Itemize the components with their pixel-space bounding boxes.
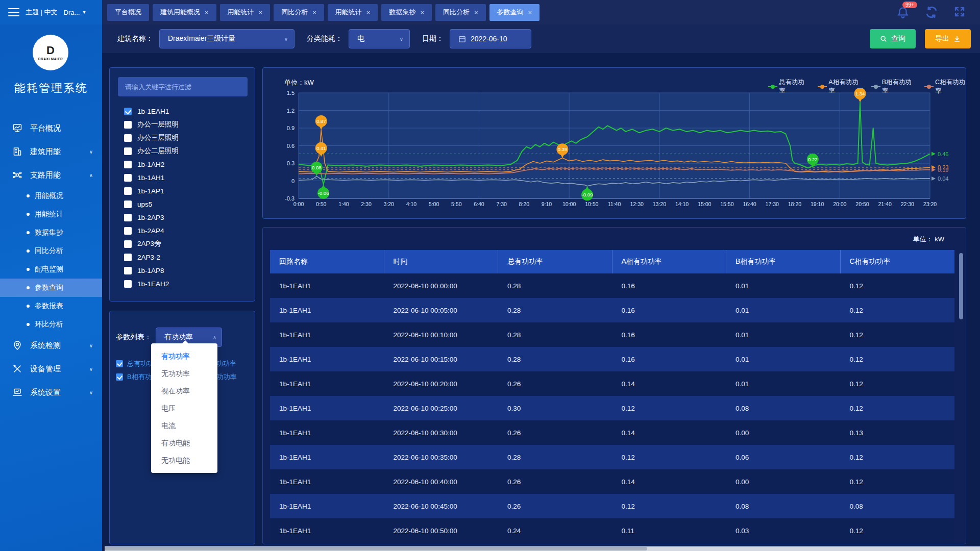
tab-建筑用能概况[interactable]: 建筑用能概况× [153,4,216,21]
refresh-icon[interactable] [925,6,938,19]
dropdown-option-电压[interactable]: 电压 [151,399,217,417]
circuit-item-1b-2AP3[interactable]: 1b-2AP3 [110,211,255,224]
sidebar-subitem-用能概况[interactable]: 用能概况 [0,187,102,205]
dropdown-option-有功电能[interactable]: 有功电能 [151,434,217,452]
sidebar-item-平台概况[interactable]: 平台概况 [0,116,102,140]
sidebar-item-系统检测[interactable]: 系统检测∨ [0,334,102,357]
checkbox-unchecked[interactable] [124,240,132,248]
tab-close-icon[interactable]: × [312,9,316,16]
tab-平台概况[interactable]: 平台概况 [107,4,149,21]
hamburger-icon[interactable] [8,8,19,16]
theme-language-label[interactable]: 主题 | 中文 [26,8,58,17]
checkbox-unchecked[interactable] [124,267,132,274]
date-input[interactable]: 2022-06-10 [450,29,531,48]
circuit-item-1b-2AP4[interactable]: 1b-2AP4 [110,224,255,237]
tab-用能统计[interactable]: 用能统计× [328,4,378,21]
sidebar-item-建筑用能[interactable]: 建筑用能∨ [0,140,102,163]
table-cell: 0.24 [498,518,612,543]
sidebar-subitem-环比分析[interactable]: 环比分析 [0,315,102,334]
sidebar-subitem-参数查询[interactable]: 参数查询 [0,279,102,297]
tab-close-icon[interactable]: × [366,9,371,16]
vertical-scrollbar[interactable] [959,253,963,319]
checkbox-unchecked[interactable] [124,254,132,261]
table-cell: 1b-1EAH1 [270,469,384,494]
tab-同比分析[interactable]: 同比分析× [274,4,324,21]
table-row[interactable]: 1b-1EAH12022-06-10 00:45:000.260.120.080… [270,494,954,518]
tab-close-icon[interactable]: × [528,9,532,16]
fullscreen-icon[interactable] [953,6,967,19]
tab-close-icon[interactable]: × [205,9,209,16]
table-row[interactable]: 1b-1EAH12022-06-10 00:35:000.280.120.060… [270,445,954,469]
checkbox-unchecked[interactable] [124,147,132,155]
circuit-item-label: 办公三层照明 [137,133,179,142]
circuit-item-1b-1AH1[interactable]: 1b-1AH1 [110,171,255,184]
caret-down-icon: ▼ [82,10,86,15]
checkbox-unchecked[interactable] [124,174,132,182]
circuit-item-2AP3-2[interactable]: 2AP3-2 [110,251,255,264]
sidebar-item-设备管理[interactable]: 设备管理∨ [0,357,102,381]
sidebar-subitem-同比分析[interactable]: 同比分析 [0,242,102,260]
table-row[interactable]: 1b-1EAH12022-06-10 00:00:000.280.160.010… [270,273,954,298]
checkbox-unchecked[interactable] [124,280,132,288]
notification-bell-icon[interactable]: 99+ [896,6,910,19]
circuit-item-办公三层照明[interactable]: 办公三层照明 [110,131,255,144]
dropdown-option-无功电能[interactable]: 无功电能 [151,452,217,469]
tab-同比分析[interactable]: 同比分析× [435,4,486,21]
dropdown-option-无功功率[interactable]: 无功功率 [151,365,217,382]
table-row[interactable]: 1b-1EAH12022-06-10 00:20:000.260.140.010… [270,371,954,396]
tab-close-icon[interactable]: × [474,9,478,16]
query-button[interactable]: 查询 [870,29,916,48]
checkbox-checked[interactable] [124,108,132,115]
checkbox-unchecked[interactable] [124,227,132,235]
table-body: 1b-1EAH12022-06-10 00:00:000.280.160.010… [270,273,954,543]
horizontal-scrollbar-thumb[interactable] [105,547,647,550]
circuit-item-办公一层照明[interactable]: 办公一层照明 [110,118,255,131]
sidebar-subitem-参数报表[interactable]: 参数报表 [0,297,102,315]
sidebar-item-系统设置[interactable]: 系统设置∨ [0,381,102,404]
sidebar-subitem-数据集抄[interactable]: 数据集抄 [0,223,102,242]
checkbox-unchecked[interactable] [124,161,132,168]
power-line-chart[interactable]: 1.51.20.90.60.30-0.30:000:501:402:303:20… [273,88,960,216]
table-row[interactable]: 1b-1EAH12022-06-10 00:15:000.280.160.010… [270,347,954,371]
circuit-item-2AP3旁[interactable]: 2AP3旁 [110,237,255,251]
checkbox-checked[interactable] [116,360,123,367]
dropdown-option-电流[interactable]: 电流 [151,417,217,434]
circuit-item-1b-1AP8[interactable]: 1b-1AP8 [110,264,255,277]
sidebar-subitem-配电监测[interactable]: 配电监测 [0,260,102,279]
checkbox-unchecked[interactable] [124,187,132,195]
circuit-filter-input[interactable] [118,77,248,96]
tab-close-icon[interactable]: × [420,9,424,16]
tab-参数查询[interactable]: 参数查询× [489,4,540,21]
circuit-item-ups5[interactable]: ups5 [110,197,255,211]
tab-close-icon[interactable]: × [259,9,263,16]
table-row[interactable]: 1b-1EAH12022-06-10 00:40:000.260.140.000… [270,469,954,494]
checkbox-unchecked[interactable] [124,201,132,208]
circuit-item-1b-1AH2[interactable]: 1b-1AH2 [110,158,255,171]
table-row[interactable]: 1b-1EAH12022-06-10 00:10:000.280.160.010… [270,322,954,347]
export-button[interactable]: 导出 [925,29,971,48]
table-row[interactable]: 1b-1EAH12022-06-10 00:25:000.300.120.080… [270,396,954,420]
circuit-item-1b-1AP1[interactable]: 1b-1AP1 [110,184,255,197]
checkbox-unchecked[interactable] [124,134,132,142]
circuit-item-1b-1EAH1[interactable]: 1b-1EAH1 [110,105,255,118]
table-row[interactable]: 1b-1EAH12022-06-10 00:50:000.240.110.030… [270,518,954,543]
dropdown-option-有功功率[interactable]: 有功功率 [151,347,217,365]
energy-type-select[interactable]: 电 ∨ [349,29,410,48]
tab-用能统计[interactable]: 用能统计× [220,4,271,21]
checkbox-unchecked[interactable] [124,214,132,221]
sidebar-item-支路用能[interactable]: 支路用能∧ [0,163,102,187]
sidebar-subitem-用能统计[interactable]: 用能统计 [0,205,102,223]
table-cell: 1b-1EAH1 [270,347,384,371]
circuit-item-1b-1EAH2[interactable]: 1b-1EAH2 [110,277,255,290]
dropdown-option-视在功率[interactable]: 视在功率 [151,382,217,399]
user-menu[interactable]: Dra... ▼ [64,9,87,16]
table-row[interactable]: 1b-1EAH12022-06-10 00:05:000.280.160.010… [270,298,954,322]
table-row[interactable]: 1b-1EAH12022-06-10 00:30:000.260.140.000… [270,420,954,445]
svg-text:15:00: 15:00 [698,201,711,207]
circuit-item-办公二层照明[interactable]: 办公二层照明 [110,144,255,158]
tab-数据集抄[interactable]: 数据集抄× [381,4,432,21]
building-select[interactable]: DraexImaier三级计量 ∨ [159,29,295,48]
checkbox-checked[interactable] [116,373,123,381]
horizontal-scrollbar-track[interactable] [105,546,980,551]
checkbox-unchecked[interactable] [124,121,132,129]
